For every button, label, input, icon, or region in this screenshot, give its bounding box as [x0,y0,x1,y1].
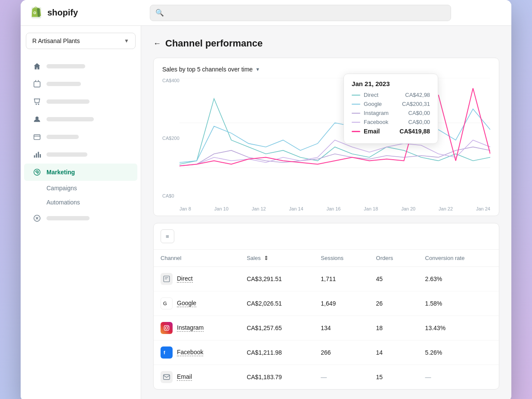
app-window: shopify 🔍 R Artisanal Plants ▼ [21,0,511,399]
table-row: Instagram CA$1,257.65 134 18 13.43% [154,316,499,340]
x-label-jan10: Jan 10 [214,206,229,211]
sidebar-item-home[interactable] [24,58,137,75]
sidebar-item-discounts-label [46,216,90,220]
products-icon [33,97,41,106]
store-name: R Artisanal Plants [32,37,80,44]
y-label-0: CA$0 [162,193,179,198]
table-row: f Facebook CA$1,211.98 266 14 5.26% [154,340,499,365]
sessions-facebook: 266 [314,340,369,365]
sessions-instagram: 134 [314,316,369,340]
sidebar-item-orders-label [46,82,81,86]
sales-email: CA$1,183.79 [240,365,314,390]
sub-nav: Campaigns Automations [21,181,141,209]
back-button[interactable]: ← [153,39,161,48]
sessions-email: — [314,365,369,390]
sessions-google: 1,649 [314,291,369,316]
orders-email: 15 [369,365,418,390]
logo-area: shopify [29,6,150,20]
table-row: Email CA$1,183.79 — 15 — [154,365,499,390]
x-label-jan14: Jan 14 [289,206,303,211]
chevron-down-icon: ▼ [124,38,129,44]
x-label-jan24: Jan 24 [476,206,490,211]
chart-dropdown-arrow[interactable]: ▼ [255,67,260,72]
sidebar-item-discounts[interactable] [24,210,137,227]
svg-point-5 [38,104,39,105]
svg-point-2 [34,12,36,13]
sidebar-item-analytics[interactable] [24,146,137,163]
finances-icon [33,133,41,141]
sidebar-item-marketing[interactable]: Marketing [24,164,137,181]
channel-name-facebook: Facebook [177,349,203,356]
search-bar[interactable]: 🔍 [150,5,451,21]
table-row: G Google CA$2,026.51 1,649 26 1.58% [154,291,499,316]
store-selector[interactable]: R Artisanal Plants ▼ [26,33,136,49]
orders-facebook: 14 [369,340,418,365]
svg-point-21 [165,327,168,329]
tooltip-facebook-line [352,122,360,123]
x-label-jan22: Jan 22 [439,206,453,211]
sales-sort-icon: ⇕ [264,255,269,261]
filter-icon: ≡ [166,233,169,240]
tooltip-google-line [352,104,360,105]
header: shopify 🔍 [21,0,511,26]
tooltip-instagram-line [352,113,360,114]
sidebar-item-customers[interactable] [24,111,137,128]
tooltip-instagram-label: Instagram [364,110,389,116]
home-icon [33,62,41,71]
col-conversion: Conversion rate [418,250,499,267]
sidebar-sub-item-campaigns[interactable]: Campaigns [46,181,137,195]
table-toolbar: ≡ [154,223,499,250]
conversion-facebook: 5.26% [418,340,499,365]
sessions-direct: 1,711 [314,267,369,291]
svg-rect-3 [34,82,40,87]
main-content: ← Channel performance Sales by top 5 cha… [141,26,511,399]
sidebar-item-finances[interactable] [24,128,137,145]
x-label-jan16: Jan 16 [326,206,340,211]
tooltip-row-email: Email CA$419,88 [352,128,430,135]
tooltip-direct-line [352,95,360,96]
svg-rect-24 [164,374,170,379]
channel-name-email: Email [177,373,192,381]
sidebar-sub-item-automations[interactable]: Automations [46,195,137,209]
chart-tooltip: Jan 21, 2023 Direct CA$42,98 Googl [343,74,438,144]
sidebar-item-customers-label [46,117,94,121]
svg-rect-8 [34,155,35,158]
tooltip-email-label: Email [364,128,380,135]
svg-rect-11 [40,154,41,158]
line-chart-svg [179,78,490,168]
tooltip-facebook-value: CA$0,00 [408,119,430,125]
table-header-row: Channel Sales ⇕ Sessions Orders [154,250,499,267]
sidebar-item-products-label [46,99,90,104]
svg-point-13 [36,171,38,173]
col-channel: Channel [154,250,240,267]
sidebar-item-orders[interactable] [24,75,137,93]
svg-point-6 [35,117,38,120]
sidebar: R Artisanal Plants ▼ [21,26,141,399]
facebook-icon: f [161,346,173,359]
channel-cell-email: Email [154,365,240,390]
col-orders: Orders _ [369,250,418,267]
svg-point-4 [36,104,37,105]
channel-cell-facebook: f Facebook [154,340,240,365]
x-label-jan8: Jan 8 [179,206,191,211]
search-icon: 🔍 [155,9,164,17]
sales-facebook: CA$1,211.98 [240,340,314,365]
sidebar-item-home-label [46,64,85,68]
sidebar-item-products[interactable] [24,93,137,110]
chart-card: Sales by top 5 channels over time ▼ CA$4… [153,58,499,216]
logo-text: shopify [47,8,78,18]
conversion-direct: 2.63% [418,267,499,291]
conversion-email: — [418,365,499,390]
conversion-instagram: 13.43% [418,316,499,340]
tooltip-google-label: Google [364,101,382,107]
col-sales[interactable]: Sales ⇕ [240,250,314,267]
shopify-logo-icon [29,6,44,20]
sidebar-item-marketing-label: Marketing [46,169,75,176]
svg-point-22 [168,326,168,327]
filter-button[interactable]: ≡ [161,229,174,243]
analytics-icon [33,150,41,159]
tooltip-row-direct: Direct CA$42,98 [352,92,430,98]
channel-cell-direct: Direct [154,267,240,291]
orders-direct: 45 [369,267,418,291]
conversion-google: 1.58% [418,291,499,316]
